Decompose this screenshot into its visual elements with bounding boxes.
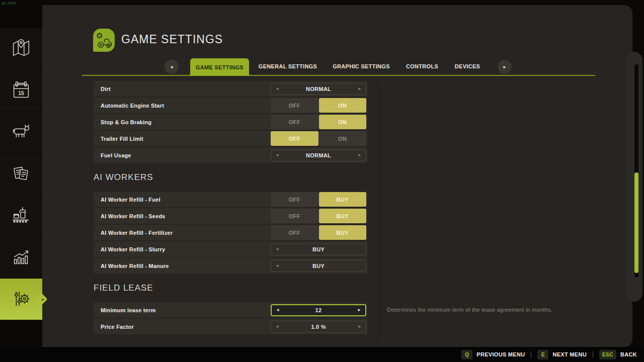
sidebar-item-animals[interactable] [0, 112, 42, 153]
chevron-right-icon[interactable]: ► [358, 325, 362, 329]
ai-refill-seeds-toggle: OFF BUY [271, 208, 366, 224]
toggle-option-buy[interactable]: BUY [319, 192, 367, 207]
cow-icon [10, 121, 33, 144]
back-hint[interactable]: ESC BACK [599, 350, 637, 359]
active-notch-arrow-icon: ► [41, 298, 45, 301]
chevron-right-icon[interactable]: ► [357, 308, 361, 312]
previous-menu-hint[interactable]: Q PREVIOUS MENU [461, 350, 525, 359]
chevron-right-icon: ► [503, 65, 507, 69]
sidebar-item-production[interactable] [0, 195, 42, 236]
setting-row-ai-refill-manure: AI Worker Refill - Manure ◄ BUY ► [94, 258, 367, 274]
section-title-field-lease: FIELD LEASE [94, 283, 153, 293]
toggle-option-off[interactable]: OFF [271, 225, 318, 240]
sidebar-item-settings[interactable]: ► [0, 279, 42, 320]
toggle-option-off[interactable]: OFF [271, 131, 318, 146]
selector-value: BUY [271, 246, 366, 252]
tab-controls[interactable]: CONTROLS [406, 58, 438, 75]
toggle-option-off[interactable]: OFF [271, 115, 318, 129]
field-lease-rows: Minimum lease term ◄ 12 ► Price Factor ◄… [94, 302, 367, 334]
minimum-lease-term-selector[interactable]: ◄ 12 ► [271, 304, 366, 316]
sidebar-item-finances[interactable] [0, 153, 42, 195]
back-label: BACK [620, 351, 637, 357]
calendar-icon: 15 [10, 79, 33, 102]
toggle-option-on[interactable]: ON [319, 98, 367, 113]
toggle-option-off[interactable]: OFF [271, 98, 318, 113]
sidebar-item-calendar[interactable]: 15 [0, 70, 42, 111]
chevron-left-icon[interactable]: ◄ [275, 264, 279, 268]
setting-label: Dirt [101, 86, 111, 92]
setting-row-ai-refill-slurry: AI Worker Refill - Slurry ◄ BUY ► [94, 241, 367, 257]
chevron-right-icon[interactable]: ► [358, 87, 362, 91]
tab-game-settings[interactable]: GAME SETTINGS [190, 58, 249, 76]
setting-label: AI Worker Refill - Fertilizer [101, 230, 173, 236]
bottom-hint-bar: Q PREVIOUS MENU E NEXT MENU ESC BACK [0, 347, 644, 362]
toggle-option-off[interactable]: OFF [271, 192, 318, 207]
tractor-gear-icon [94, 30, 114, 50]
selector-value: BUY [271, 263, 366, 269]
ai-refill-slurry-selector[interactable]: ◄ BUY ► [271, 243, 366, 255]
setting-label: Fuel Usage [101, 152, 131, 158]
ai-refill-manure-selector[interactable]: ◄ BUY ► [271, 260, 366, 272]
hint-separator [593, 351, 593, 358]
toggle-option-off[interactable]: OFF [271, 209, 318, 223]
toggle-option-buy[interactable]: BUY [319, 209, 367, 223]
ai-workers-rows: AI Worker Refill - Fuel OFF BUY AI Worke… [94, 192, 367, 274]
setting-label: Trailer Fill Limit [101, 136, 143, 142]
setting-row-trailer-fill-limit: Trailer Fill Limit OFF ON [94, 131, 367, 146]
previous-menu-label: PREVIOUS MENU [476, 351, 525, 357]
setting-label: Stop & Go Braking [101, 119, 151, 125]
setting-label: AI Worker Refill - Slurry [101, 246, 165, 252]
chevron-left-icon[interactable]: ◄ [275, 247, 279, 251]
sidebar-item-statistics[interactable] [0, 237, 42, 278]
toggle-option-on[interactable]: ON [319, 115, 367, 129]
tab-general-settings[interactable]: GENERAL SETTINGS [259, 58, 317, 75]
setting-row-stop-go-braking: Stop & Go Braking OFF ON [94, 114, 367, 130]
setting-label: AI Worker Refill - Fuel [101, 197, 160, 203]
setting-row-fuel-usage: Fuel Usage ◄ NORMAL ► [94, 147, 367, 163]
chevron-left-icon[interactable]: ◄ [275, 87, 279, 91]
toggle-option-buy[interactable]: BUY [319, 225, 367, 240]
scrollbar-container [625, 52, 642, 302]
tab-underline [82, 75, 595, 76]
ai-refill-fertilizer-toggle: OFF BUY [271, 225, 366, 240]
setting-label: Minimum lease term [101, 307, 155, 313]
tabs-next-button[interactable]: ► [498, 60, 512, 74]
setting-row-ai-refill-seeds: AI Worker Refill - Seeds OFF BUY [94, 208, 367, 224]
map-icon [10, 37, 33, 60]
game-settings-badge [93, 29, 115, 52]
setting-row-ai-refill-fertilizer: AI Worker Refill - Fertilizer OFF BUY [94, 225, 367, 240]
statistics-icon [10, 246, 33, 269]
setting-row-ai-refill-fuel: AI Worker Refill - Fuel OFF BUY [94, 192, 367, 207]
key-esc-badge: ESC [599, 350, 616, 359]
dirt-selector[interactable]: ◄ NORMAL ► [271, 83, 366, 95]
tabs-previous-button[interactable]: ◄ [165, 60, 179, 74]
fuel-usage-selector[interactable]: ◄ NORMAL ► [271, 149, 366, 161]
selector-value: 12 [272, 307, 365, 313]
production-icon [10, 204, 33, 227]
next-menu-label: NEXT MENU [552, 351, 586, 357]
chevron-left-icon[interactable]: ◄ [275, 325, 279, 329]
chevron-left-icon[interactable]: ◄ [276, 308, 280, 312]
scrollbar-thumb[interactable] [634, 172, 638, 273]
settings-sliders-icon [10, 288, 33, 311]
setting-row-automatic-engine-start: Automatic Engine Start OFF ON [94, 98, 367, 113]
toggle-option-on[interactable]: ON [319, 131, 367, 146]
next-menu-hint[interactable]: E NEXT MENU [537, 350, 586, 359]
documents-icon [10, 162, 33, 186]
fps-counter: 61 FPS [2, 1, 16, 6]
game-settings-screen: 61 FPS 15 [0, 0, 644, 362]
sidebar-item-map[interactable] [0, 28, 42, 69]
chevron-left-icon[interactable]: ◄ [275, 153, 279, 157]
trailer-fill-limit-toggle: OFF ON [271, 131, 366, 146]
setting-label: AI Worker Refill - Seeds [101, 213, 166, 219]
chevron-right-icon[interactable]: ► [358, 153, 362, 157]
price-factor-selector[interactable]: ◄ 1.0 % ► [271, 321, 366, 333]
setting-row-minimum-lease-term: Minimum lease term ◄ 12 ► [94, 302, 367, 318]
tab-devices[interactable]: DEVICES [455, 58, 480, 75]
tab-graphic-settings[interactable]: GRAPHIC SETTINGS [333, 58, 390, 75]
hint-separator [531, 351, 531, 358]
chevron-left-icon: ◄ [170, 65, 174, 69]
setting-row-dirt: Dirt ◄ NORMAL ► [94, 81, 367, 97]
calendar-day-label: 15 [18, 90, 24, 96]
content-divider [378, 81, 379, 342]
